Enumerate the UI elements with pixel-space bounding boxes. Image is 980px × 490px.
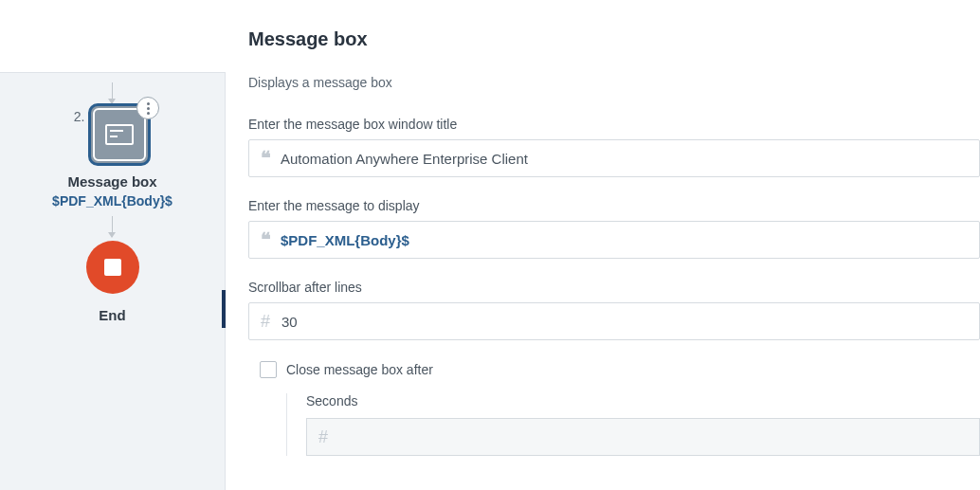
panel-title: Message box bbox=[248, 28, 980, 50]
scrollbar-value: 30 bbox=[281, 314, 968, 330]
node-index: 2. bbox=[74, 109, 85, 124]
flow-arrow bbox=[112, 82, 113, 103]
window-title-label: Enter the message box window title bbox=[248, 117, 980, 132]
message-box-node[interactable] bbox=[88, 103, 151, 166]
flow-arrow bbox=[112, 216, 113, 237]
flow-canvas: 2. Message box $PDF_XML{Body}$ End bbox=[0, 72, 226, 490]
message-box-icon bbox=[105, 124, 134, 145]
node-variable: $PDF_XML{Body}$ bbox=[52, 193, 172, 209]
message-label: Enter the message to display bbox=[248, 198, 980, 213]
scrollbar-input[interactable]: # 30 bbox=[248, 302, 980, 340]
node-menu-button[interactable] bbox=[136, 97, 159, 119]
close-after-checkbox[interactable] bbox=[260, 361, 277, 378]
number-icon: # bbox=[318, 427, 328, 447]
panel-description: Displays a message box bbox=[248, 75, 980, 90]
string-icon: ❝ bbox=[261, 147, 269, 170]
end-node[interactable] bbox=[86, 241, 139, 294]
seconds-label: Seconds bbox=[287, 393, 980, 408]
scrollbar-label: Scrollbar after lines bbox=[248, 280, 980, 295]
end-label: End bbox=[99, 307, 125, 323]
properties-panel: Message box Displays a message box Enter… bbox=[226, 0, 980, 490]
seconds-input[interactable]: # bbox=[306, 418, 980, 456]
stop-icon bbox=[104, 259, 121, 276]
node-title: Message box bbox=[67, 173, 156, 190]
close-after-label: Close message box after bbox=[286, 362, 433, 377]
message-value: $PDF_XML{Body}$ bbox=[281, 232, 409, 248]
window-title-input[interactable]: ❝ Automation Anywhere Enterprise Client bbox=[248, 139, 980, 177]
panel-indicator bbox=[222, 290, 226, 328]
number-icon: # bbox=[261, 312, 270, 332]
window-title-value: Automation Anywhere Enterprise Client bbox=[281, 151, 968, 167]
message-input[interactable]: ❝ $PDF_XML{Body}$ bbox=[248, 221, 980, 259]
string-icon: ❝ bbox=[261, 228, 269, 251]
